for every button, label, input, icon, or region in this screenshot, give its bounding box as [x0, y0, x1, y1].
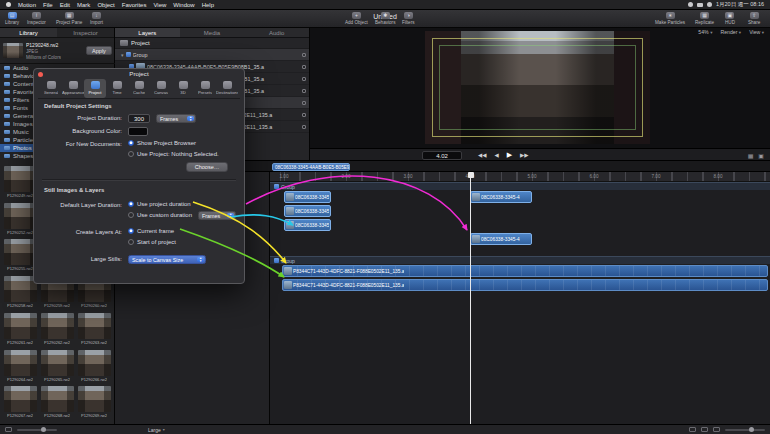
timeline-zoom-slider[interactable]	[725, 429, 765, 431]
group-checkbox[interactable]	[274, 184, 279, 189]
layer-lock-icon[interactable]	[302, 77, 306, 81]
radio-show-project-browser[interactable]: Show Project Browser	[128, 140, 196, 146]
background-color-well[interactable]	[128, 127, 148, 136]
library-thumbnail[interactable]: P1290264.rw2	[2, 350, 38, 386]
canvas-video-preview[interactable]	[425, 31, 650, 144]
small-icons-toggle[interactable]	[5, 427, 12, 432]
radio-off-icon[interactable]	[128, 151, 134, 157]
prefs-tab[interactable]: Time	[106, 79, 128, 98]
radio-current-frame[interactable]: Current frame	[128, 228, 174, 234]
control-center-icon[interactable]	[688, 2, 693, 7]
prefs-tab[interactable]: Appearance	[62, 79, 84, 98]
library-thumbnail[interactable]: P1290263.rw2	[76, 313, 112, 349]
custom-duration-unit-popup[interactable]: Frames ▴▾	[198, 211, 236, 220]
slider-knob[interactable]	[41, 427, 46, 432]
group-lane[interactable]: Group	[270, 256, 770, 264]
timeline-clip[interactable]: 08C06338-3345-4	[284, 219, 331, 231]
layer-lock-icon[interactable]	[302, 53, 306, 57]
library-thumbnail[interactable]: P1290269.rw2	[76, 386, 112, 422]
timeline-clip[interactable]: P8344C71-443D-4DFC-8821-F088E0502E11_135…	[282, 265, 768, 277]
prefs-tab[interactable]: Presets	[194, 79, 216, 98]
hud-button[interactable]: ▣ HUD	[725, 12, 735, 25]
playhead[interactable]	[470, 172, 471, 424]
layers-row[interactable]: ▾ Group	[115, 49, 309, 61]
radio-start-of-project[interactable]: Start of project	[128, 239, 176, 245]
go-to-start-button[interactable]: ◀◀	[478, 152, 486, 158]
radio-off-icon[interactable]	[128, 212, 134, 218]
timeline-clip[interactable]: 08C06338-3345-4	[470, 191, 532, 203]
prefs-tab[interactable]: Project	[84, 79, 106, 98]
play-button[interactable]: ▶	[507, 151, 512, 159]
timeline-clip[interactable]: 08C06338-3345-4	[470, 233, 532, 245]
project-row[interactable]: Project	[115, 38, 309, 49]
layer-lock-icon[interactable]	[302, 125, 306, 129]
radio-on-icon[interactable]	[128, 140, 134, 146]
slider-knob[interactable]	[749, 427, 754, 432]
make-particles-button[interactable]: ∗ Make Particles	[655, 12, 685, 25]
grid-icon[interactable]: ▦	[748, 152, 754, 159]
behaviors-button[interactable]: ✱ Behaviors	[375, 12, 395, 25]
project-duration-unit-popup[interactable]: Frames ▴▾	[156, 114, 196, 123]
menu-item[interactable]: Object	[97, 2, 114, 8]
view-popup[interactable]: View ▾	[749, 29, 764, 35]
timeline-clip[interactable]: P8344C71-443D-4DFC-8821-F088E0502E11_135…	[282, 279, 768, 291]
library-thumbnail[interactable]: P1290266.rw2	[76, 350, 112, 386]
disclosure-icon[interactable]: ▾	[121, 52, 124, 58]
timeline-clip[interactable]: 08C06338-3345-4	[284, 205, 331, 217]
radio-use-project-duration[interactable]: Use project duration	[128, 201, 191, 207]
timecode-display[interactable]: 4.02	[422, 151, 462, 160]
timeline-ruler[interactable]: 1.002.003.004.005.006.007.008.00	[270, 172, 770, 182]
previous-frame-button[interactable]: ◀	[494, 152, 498, 158]
radio-on-icon[interactable]	[128, 201, 134, 207]
prefs-tab[interactable]: 3D	[172, 79, 194, 98]
menu-item[interactable]: Favorites	[122, 2, 147, 8]
layer-lock-icon[interactable]	[302, 89, 306, 93]
zoom-popup[interactable]: 54% ▾	[698, 29, 712, 35]
mini-timeline-clip[interactable]: 08C06338-3345-4AAB-B0E5-B05E9B08B1_35.a	[272, 163, 350, 171]
library-thumbnail[interactable]: P1290267.rw2	[2, 386, 38, 422]
filters-button[interactable]: ◑ Filters	[402, 12, 415, 25]
large-stills-popup[interactable]: Scale to Canvas Size ▴▾	[128, 255, 206, 264]
prefs-tab[interactable]: General	[40, 79, 62, 98]
keyframe-view-icon[interactable]	[701, 427, 708, 432]
timeline-view-icon[interactable]	[689, 427, 696, 432]
library-thumbnail[interactable]: P1290265.rw2	[39, 350, 75, 386]
timeline-clip[interactable]: 08C06338-3345-4	[284, 191, 331, 203]
radio-use-custom-duration[interactable]: Use custom duration	[128, 212, 192, 218]
tab-layers[interactable]: Layers	[115, 28, 180, 37]
prefs-tab[interactable]: Canvas	[150, 79, 172, 98]
apply-button[interactable]: Apply	[86, 46, 112, 55]
choose-button[interactable]: Choose…	[186, 162, 228, 172]
layer-lock-icon[interactable]	[302, 101, 306, 105]
replicate-button[interactable]: ▦ Replicate	[695, 12, 714, 25]
layer-lock-icon[interactable]	[302, 113, 306, 117]
radio-use-project[interactable]: Use Project: Nothing Selected.	[128, 151, 219, 157]
add-object-button[interactable]: + Add Object	[345, 12, 368, 25]
icon-size-popup[interactable]: Large ▾	[148, 427, 165, 433]
prefs-tab[interactable]: Cache	[128, 79, 150, 98]
radio-off-icon[interactable]	[128, 239, 134, 245]
group-checkbox[interactable]	[274, 258, 279, 263]
menu-item[interactable]: Window	[173, 2, 194, 8]
library-thumbnail[interactable]: P1290262.rw2	[39, 313, 75, 349]
project-duration-field[interactable]: 300	[128, 114, 150, 123]
thumbnail-size-slider[interactable]	[17, 429, 57, 431]
siri-icon[interactable]	[707, 2, 712, 7]
menu-item[interactable]: Help	[202, 2, 214, 8]
layer-checkbox[interactable]	[126, 52, 131, 57]
radio-on-icon[interactable]	[128, 228, 134, 234]
menu-item[interactable]: Edit	[60, 2, 70, 8]
tab-inspector[interactable]: Inspector	[57, 28, 114, 37]
snapshot-icon[interactable]: ▣	[758, 152, 764, 159]
battery-icon[interactable]	[697, 3, 703, 7]
menu-item[interactable]: Motion	[18, 2, 36, 8]
tab-library[interactable]: Library	[0, 28, 57, 37]
menu-item[interactable]: View	[153, 2, 166, 8]
tab-audio[interactable]: Audio	[244, 28, 309, 37]
share-button[interactable]: ⇧ Share	[748, 12, 760, 25]
next-frame-button[interactable]: ▶▶	[520, 152, 528, 158]
layer-lock-icon[interactable]	[302, 65, 306, 69]
group-lane[interactable]: Group	[270, 182, 770, 190]
menu-item[interactable]: File	[43, 2, 53, 8]
tab-media[interactable]: Media	[180, 28, 245, 37]
